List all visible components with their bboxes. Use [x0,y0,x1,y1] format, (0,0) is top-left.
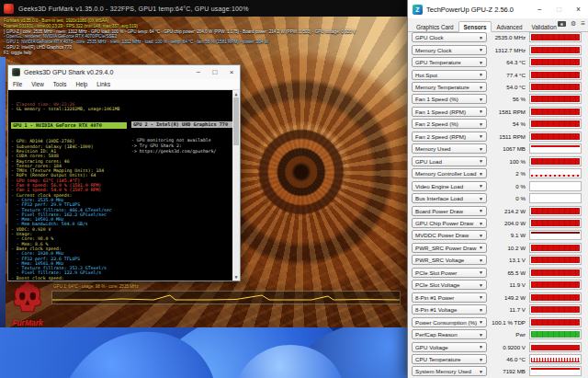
sensor-label-box[interactable]: GPU Temperature▼ [412,57,487,67]
sensor-label: GPU Load [415,158,442,165]
sensor-label: Memory Temperature [415,84,469,90]
sensor-label-box[interactable]: Power Consumption (%)▼ [412,317,487,327]
sensor-label-box[interactable]: GPU Clock▼ [412,32,487,42]
menu-item-view[interactable]: View [31,81,44,87]
sensor-graph [529,243,582,253]
sensor-label: Memory Used [415,145,451,152]
scrollbar[interactable]: ▲ ▼ [232,90,240,281]
dropdown-arrow-icon: ▼ [479,294,483,300]
minimize-button[interactable]: − [190,65,207,79]
settings-gear-icon[interactable]: ⚙ [571,20,576,28]
gpu-shark-menubar: FileViewToolsHelpLinks [8,79,240,90]
sensor-label-box[interactable]: PWR_SRC Voltage▼ [412,255,487,265]
sensor-label-box[interactable]: Bus Interface Load▼ [412,193,487,203]
maximize-button[interactable]: □ [549,0,569,18]
dropdown-arrow-icon: ▼ [479,133,483,139]
sensor-row: Memory Temperature▼54.0 °C [408,81,588,93]
dropdown-arrow-icon: ▼ [479,158,483,164]
sensor-value: 149.2 W [487,294,529,301]
gpu-shark-app-icon [12,68,20,76]
scroll-down-icon[interactable]: ▼ [232,273,240,281]
sensor-label-box[interactable]: Fan 2 Speed (%)▼ [412,119,487,129]
dropdown-arrow-icon: ▼ [479,233,483,238]
furmark-skull-icon [8,280,47,315]
sensor-value: 56 % [487,96,529,102]
menu-item-links[interactable]: Links [96,81,110,87]
sensor-label-box[interactable]: Video Engine Load▼ [412,181,487,191]
furmark-titlebar[interactable]: Geeks3D FurMark v1.35.0.0 - 322FPS, GPU1… [0,0,407,17]
dropdown-arrow-icon: ▼ [479,85,483,90]
sensor-label-box[interactable]: GPU Chip Power Draw▼ [412,218,487,228]
dropdown-arrow-icon: ▼ [479,109,483,114]
gpu-shark-titlebar[interactable]: Geeks3D GPU Shark v0.29.4.0 − □ × [8,65,240,79]
sensor-value: Pwr [487,331,529,338]
sensor-label-box[interactable]: 8-Pin #1 Power▼ [412,292,487,303]
gpu-z-window-title: TechPowerUp GPU-Z 2.56.0 [426,6,526,14]
menu-item-help[interactable]: Help [75,81,87,87]
scrollbar-thumb[interactable] [233,97,239,145]
sensor-label-box[interactable]: PCIe Slot Voltage▼ [412,280,487,290]
tab-advanced[interactable]: Advanced [492,22,526,31]
sensor-row: 8-Pin #1 Voltage▼11.7 V [408,304,588,315]
sensor-label-box[interactable]: Memory Clock▼ [412,45,487,55]
sensor-label-box[interactable]: GPU Voltage▼ [412,342,487,352]
sensor-row: PCIe Slot Voltage▼11.9 V [408,279,588,291]
sensor-label-box[interactable]: Memory Temperature▼ [412,82,487,92]
close-button[interactable]: × [569,0,588,18]
furmark-logo-text: FurMark [2,318,53,327]
sensor-label-box[interactable]: Board Power Draw▼ [412,206,487,216]
sensor-label: Hot Spot [415,72,437,78]
minimize-button[interactable]: − [530,0,549,18]
scroll-up-icon[interactable]: ▲ [232,90,240,97]
sensor-label-box[interactable]: Fan 1 Speed (%)▼ [412,94,487,104]
sensor-graph [529,354,582,364]
sensor-label: Video Engine Load [415,183,463,189]
sensor-label: Fan 2 Speed (%) [415,120,458,127]
sensor-row: GPU Load▼100 % [408,155,588,167]
maximize-button[interactable]: □ [207,65,223,79]
dropdown-arrow-icon: ▼ [479,35,483,40]
sensor-value: 1581 RPM [487,109,529,115]
menu-item-file[interactable]: File [13,81,22,87]
sensor-label-box[interactable]: System Memory Used▼ [412,366,487,376]
sensor-graph [529,255,582,265]
sensor-label-box[interactable]: CPU Temperature▼ [412,354,487,364]
sensor-label-box[interactable]: Hot Spot▼ [412,70,487,80]
sensor-label-box[interactable]: 8-Pin #1 Voltage▼ [412,304,487,315]
hamburger-menu-icon[interactable]: ≡ [581,20,584,28]
info-line: - GL memory - total:12282MB, usage:1061M… [11,107,127,111]
sensor-label-box[interactable]: Memory Controller Load▼ [412,168,487,178]
sensor-label: Board Power Draw [415,208,463,214]
sensor-value: 11.9 V [487,281,529,288]
sensor-row: GPU Clock▼2535.0 MHz [408,31,588,43]
sensor-label-box[interactable]: Memory Used▼ [412,143,487,154]
sensor-label: GPU Chip Power Draw [415,220,473,226]
sensor-label-box[interactable]: MVDDC Power Draw▼ [412,230,487,240]
tab-graphics-card[interactable]: Graphics Card [412,22,458,31]
sensor-graph [529,119,582,129]
sensor-row: Fan 1 Speed (%)▼56 % [408,93,588,105]
close-button[interactable]: × [223,65,240,79]
dropdown-arrow-icon: ▼ [479,97,483,102]
info-line: -> https://geeks3d.com/gpushark/ [131,149,232,155]
sensor-label-box[interactable]: PerfCap Reason▼ [412,329,487,339]
sensor-graph [529,94,582,104]
dropdown-arrow-icon: ▼ [479,171,483,177]
sensor-graph [529,107,582,117]
menu-item-tools[interactable]: Tools [53,81,67,87]
sensor-value: 214.2 W [487,208,529,214]
dropdown-arrow-icon: ▼ [479,121,483,127]
sensor-label-box[interactable]: Fan 2 Speed (RPM)▼ [412,132,487,142]
dropdown-arrow-icon: ▼ [479,307,483,313]
screenshot-camera-icon[interactable] [558,21,566,27]
tab-validation[interactable]: Validation [526,22,560,31]
sensor-label-box[interactable]: PCIe Slot Power▼ [412,268,487,278]
sensor-label-box[interactable]: PWR_SRC Power Draw▼ [412,243,487,253]
sensor-label-box[interactable]: Fan 1 Speed (RPM)▼ [412,107,487,117]
gpu-z-titlebar[interactable]: Z TechPowerUp GPU-Z 2.56.0 − □ × [408,0,588,18]
sensor-row: Board Power Draw▼214.2 W [408,204,588,216]
sensor-value: 0 % [487,183,529,189]
dropdown-arrow-icon: ▼ [479,60,483,65]
sensor-label-box[interactable]: GPU Load▼ [412,156,487,166]
sensor-graph [529,181,582,191]
